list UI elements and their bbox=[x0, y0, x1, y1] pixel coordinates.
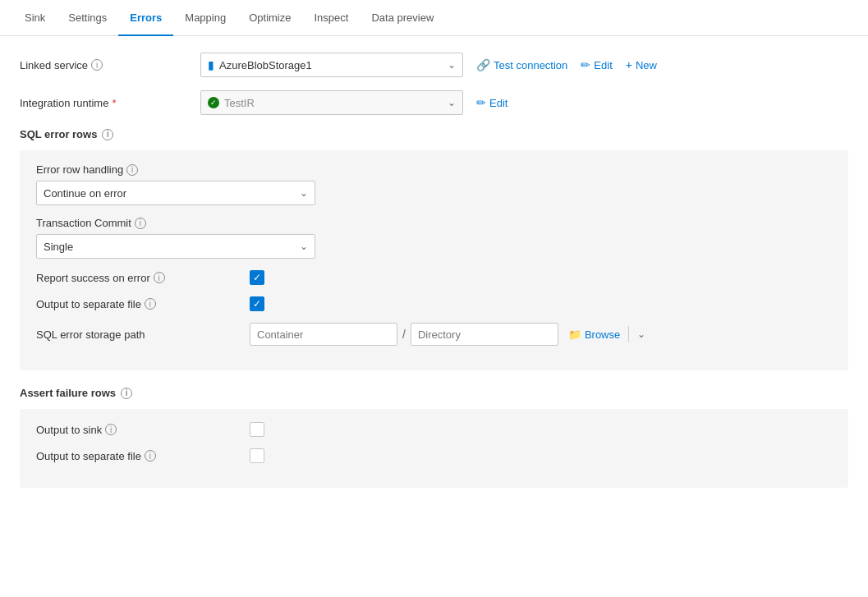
assert-output-separate-label: Output to separate file i bbox=[36, 450, 250, 462]
tab-inspect[interactable]: Inspect bbox=[302, 0, 360, 36]
content-area: Linked service i ▮ AzureBlobStorage1 ⌄ 🔗… bbox=[0, 36, 868, 521]
assert-output-separate-row: Output to separate file i bbox=[36, 448, 832, 463]
linked-service-chevron-icon: ⌄ bbox=[448, 59, 456, 71]
tab-settings[interactable]: Settings bbox=[57, 0, 118, 36]
transaction-commit-chevron-icon: ⌄ bbox=[300, 241, 308, 252]
assert-output-separate-checkbox[interactable] bbox=[250, 448, 264, 463]
output-separate-file-label: Output to separate file i bbox=[36, 298, 250, 310]
output-separate-file-checkbox[interactable]: ✓ bbox=[250, 296, 264, 311]
linked-service-info-icon: i bbox=[91, 59, 103, 71]
blob-storage-icon: ▮ bbox=[208, 58, 214, 71]
integration-runtime-value: TestIR bbox=[224, 97, 255, 109]
assert-failure-rows-box: Output to sink i Output to separate file… bbox=[20, 409, 848, 488]
edit-runtime-icon: ✏ bbox=[476, 96, 486, 109]
error-row-handling-row: Error row handling i Continue on error ⌄ bbox=[36, 163, 832, 205]
assert-output-sink-row: Output to sink i bbox=[36, 422, 832, 437]
error-row-handling-label: Error row handling i bbox=[36, 163, 832, 176]
linked-service-label: Linked service i bbox=[20, 59, 200, 71]
test-connection-icon: 🔗 bbox=[476, 58, 490, 71]
sql-error-rows-header: SQL error rows i bbox=[20, 128, 848, 140]
transaction-commit-dropdown[interactable]: Single ⌄ bbox=[36, 234, 315, 259]
assert-output-sink-checkbox[interactable] bbox=[250, 422, 264, 437]
edit-runtime-button[interactable]: ✏ Edit bbox=[476, 96, 507, 109]
transaction-commit-info-icon: i bbox=[135, 218, 146, 229]
tab-optimize[interactable]: Optimize bbox=[237, 0, 302, 36]
assert-failure-rows-info-icon: i bbox=[121, 388, 132, 399]
assert-output-separate-info-icon: i bbox=[145, 450, 156, 462]
browse-folder-icon: 📁 bbox=[568, 328, 581, 341]
browse-divider bbox=[628, 326, 629, 342]
integration-runtime-label: Integration runtime * bbox=[20, 97, 200, 109]
error-row-handling-chevron-icon: ⌄ bbox=[300, 187, 308, 199]
new-linked-service-icon: + bbox=[626, 58, 632, 71]
tab-data-preview[interactable]: Data preview bbox=[360, 0, 445, 36]
report-success-row: Report success on error i ✓ bbox=[36, 270, 832, 285]
assert-failure-rows-header: Assert failure rows i bbox=[20, 387, 848, 399]
assert-output-sink-info-icon: i bbox=[105, 424, 117, 435]
tab-sink[interactable]: Sink bbox=[13, 0, 57, 36]
integration-runtime-row: Integration runtime * ✓ TestIR ⌄ ✏ Edit bbox=[20, 90, 848, 115]
path-separator-icon: / bbox=[402, 328, 406, 341]
container-input[interactable] bbox=[250, 323, 397, 346]
tab-bar: Sink Settings Errors Mapping Optimize In… bbox=[0, 0, 868, 36]
output-separate-file-row: Output to separate file i ✓ bbox=[36, 296, 832, 311]
runtime-chevron-icon: ⌄ bbox=[448, 97, 456, 108]
storage-path-label: SQL error storage path bbox=[36, 328, 250, 341]
transaction-commit-row: Transaction Commit i Single ⌄ bbox=[36, 217, 832, 259]
runtime-status-icon: ✓ bbox=[208, 97, 219, 108]
sql-error-rows-section: Error row handling i Continue on error ⌄… bbox=[20, 150, 848, 370]
storage-path-row: SQL error storage path / 📁 Browse ⌄ bbox=[36, 323, 832, 346]
storage-path-inputs: / 📁 Browse ⌄ bbox=[250, 323, 645, 346]
report-success-info-icon: i bbox=[154, 272, 165, 283]
transaction-commit-label: Transaction Commit i bbox=[36, 217, 832, 229]
browse-button[interactable]: 📁 Browse bbox=[568, 328, 620, 341]
edit-linked-service-icon: ✏ bbox=[581, 58, 590, 71]
linked-service-value: AzureBlobStorage1 bbox=[219, 59, 448, 71]
test-connection-button[interactable]: 🔗 Test connection bbox=[476, 58, 567, 71]
integration-runtime-dropdown[interactable]: ✓ TestIR ⌄ bbox=[200, 90, 463, 115]
sql-error-rows-info-icon: i bbox=[102, 129, 113, 140]
error-row-handling-info-icon: i bbox=[126, 164, 138, 176]
linked-service-row: Linked service i ▮ AzureBlobStorage1 ⌄ 🔗… bbox=[20, 53, 848, 77]
integration-runtime-actions: ✏ Edit bbox=[476, 96, 507, 109]
linked-service-actions: 🔗 Test connection ✏ Edit + New bbox=[476, 58, 657, 71]
report-success-checkbox[interactable]: ✓ bbox=[250, 270, 264, 285]
tab-errors[interactable]: Errors bbox=[118, 0, 173, 36]
browse-chevron-icon[interactable]: ⌄ bbox=[637, 328, 645, 340]
error-row-handling-dropdown[interactable]: Continue on error ⌄ bbox=[36, 181, 315, 205]
tab-mapping[interactable]: Mapping bbox=[173, 0, 237, 36]
assert-output-sink-label: Output to sink i bbox=[36, 424, 250, 436]
linked-service-dropdown[interactable]: ▮ AzureBlobStorage1 ⌄ bbox=[200, 53, 463, 77]
edit-linked-service-button[interactable]: ✏ Edit bbox=[581, 58, 612, 71]
output-separate-file-info-icon: i bbox=[145, 298, 156, 310]
directory-input[interactable] bbox=[411, 323, 558, 346]
new-linked-service-button[interactable]: + New bbox=[626, 58, 657, 71]
report-success-label: Report success on error i bbox=[36, 272, 250, 284]
assert-failure-rows-section: Assert failure rows i Output to sink i O… bbox=[20, 387, 848, 488]
